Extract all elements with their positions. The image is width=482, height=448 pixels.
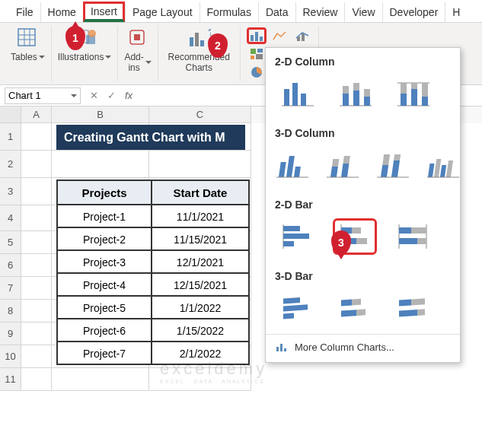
row-header[interactable]: 6 — [0, 254, 21, 277]
svg-rect-49 — [411, 89, 417, 106]
svg-rect-41 — [353, 91, 359, 106]
data-table: Projects Start Date Project-111/1/2021 P… — [56, 180, 250, 365]
row-header[interactable]: 5 — [0, 231, 21, 254]
svg-rect-19 — [302, 33, 305, 41]
3d-100-stacked-column-option[interactable] — [375, 147, 412, 183]
more-column-charts-label: More Column Charts... — [295, 342, 394, 353]
row-header[interactable]: 10 — [0, 345, 21, 368]
svg-rect-85 — [399, 238, 417, 244]
tab-home[interactable]: Home — [40, 2, 83, 22]
row-header[interactable]: 1 — [0, 123, 21, 151]
svg-rect-60 — [343, 156, 350, 164]
tab-view[interactable]: View — [344, 2, 381, 22]
table-header-startdate[interactable]: Start Date — [152, 180, 249, 205]
svg-rect-17 — [260, 37, 263, 41]
confirm-formula-button[interactable]: ✓ — [103, 90, 120, 101]
clustered-bar-option[interactable] — [275, 218, 319, 255]
col-header-a[interactable]: A — [21, 106, 52, 123]
table-row[interactable]: Project-61/15/2022 — [57, 319, 249, 342]
3d-clustered-bar-option[interactable] — [275, 290, 319, 326]
col-header-c[interactable]: C — [149, 106, 251, 123]
fx-label[interactable]: fx — [120, 90, 137, 101]
svg-rect-11 — [190, 37, 193, 46]
3d-100-stacked-bar-option[interactable] — [391, 290, 435, 326]
table-row[interactable]: Project-51/1/2022 — [57, 296, 249, 319]
svg-rect-87 — [283, 297, 300, 304]
svg-rect-39 — [343, 94, 349, 106]
more-column-charts-button[interactable]: More Column Charts... — [266, 334, 460, 359]
table-row[interactable]: Project-312/1/2021 — [57, 250, 249, 273]
svg-rect-23 — [256, 54, 263, 59]
svg-rect-52 — [422, 83, 428, 97]
3d-column-option[interactable] — [426, 147, 462, 183]
svg-rect-51 — [422, 97, 428, 106]
tab-data[interactable]: Data — [258, 2, 295, 22]
svg-rect-91 — [352, 299, 361, 306]
100-stacked-bar-option[interactable] — [391, 218, 435, 255]
row-header[interactable]: 9 — [0, 322, 21, 345]
3d-stacked-column-option[interactable] — [325, 147, 362, 183]
insert-column-chart-button[interactable] — [247, 27, 267, 44]
col-header-b[interactable]: B — [52, 106, 149, 123]
insert-combo-chart-button[interactable] — [292, 27, 312, 44]
svg-rect-12 — [195, 33, 199, 46]
table-row[interactable]: Project-72/1/2022 — [57, 342, 249, 364]
name-box[interactable]: Chart 1 — [5, 87, 81, 104]
table-row[interactable]: Project-211/15/2021 — [57, 227, 249, 250]
row-header[interactable]: 8 — [0, 300, 21, 322]
svg-rect-44 — [364, 89, 370, 97]
svg-rect-57 — [330, 167, 338, 177]
column-chart-dropdown: 2-D Column 3-D Column 2-D Bar — [265, 47, 461, 363]
insert-hierarchy-chart-button[interactable] — [247, 46, 267, 62]
row-header[interactable]: 11 — [0, 368, 21, 391]
row-header[interactable]: 2 — [0, 151, 21, 178]
row-header[interactable]: 7 — [0, 277, 21, 300]
svg-rect-15 — [251, 35, 254, 41]
svg-rect-99 — [280, 344, 282, 351]
svg-rect-94 — [399, 299, 411, 306]
svg-rect-69 — [440, 165, 446, 177]
3d-clustered-column-option[interactable] — [275, 147, 311, 183]
tab-file[interactable]: File — [9, 2, 40, 22]
svg-rect-70 — [446, 160, 453, 177]
dd-section-3d-bar: 3-D Bar — [266, 262, 460, 285]
select-all-corner[interactable] — [0, 106, 21, 123]
svg-rect-90 — [341, 300, 352, 307]
cancel-formula-button[interactable]: ✕ — [85, 90, 103, 101]
table-row[interactable]: Project-111/1/2021 — [57, 205, 249, 227]
tab-review[interactable]: Review — [295, 2, 345, 22]
row-header[interactable]: 4 — [0, 205, 21, 231]
chevron-down-icon — [39, 56, 45, 59]
column-chart-icon — [275, 341, 289, 353]
svg-rect-47 — [401, 94, 407, 106]
svg-rect-93 — [356, 309, 365, 316]
tab-formulas[interactable]: Formulas — [200, 2, 258, 22]
svg-rect-74 — [283, 234, 309, 239]
chevron-down-icon[interactable] — [71, 94, 77, 97]
svg-rect-36 — [292, 83, 298, 106]
tab-insert[interactable]: Insert — [83, 2, 125, 22]
svg-rect-68 — [434, 159, 441, 177]
group-recommended-charts[interactable]: ? Recommended Charts — [158, 26, 241, 81]
svg-rect-20 — [251, 49, 256, 54]
tab-page-layout[interactable]: Page Layout — [125, 2, 200, 22]
clustered-column-option[interactable] — [275, 75, 319, 112]
insert-line-chart-button[interactable] — [270, 27, 289, 44]
svg-rect-88 — [283, 304, 308, 311]
svg-rect-86 — [417, 238, 426, 244]
table-row[interactable]: Project-412/15/2021 — [57, 273, 249, 296]
100-stacked-column-option[interactable] — [391, 75, 435, 112]
table-header-projects[interactable]: Projects — [57, 180, 152, 205]
stacked-column-option[interactable] — [333, 75, 377, 112]
row-header[interactable]: 3 — [0, 178, 21, 205]
svg-rect-55 — [294, 167, 301, 177]
tab-truncated[interactable]: H — [445, 2, 467, 22]
3d-stacked-bar-option[interactable] — [333, 290, 377, 326]
group-tables[interactable]: Tables — [5, 26, 52, 81]
addins-icon — [126, 26, 150, 50]
insert-pie-chart-button[interactable] — [247, 64, 267, 81]
group-addins[interactable]: Add- ins — [118, 26, 158, 81]
tab-developer[interactable]: Developer — [382, 2, 445, 22]
svg-rect-48 — [401, 83, 407, 94]
svg-rect-59 — [341, 164, 350, 177]
